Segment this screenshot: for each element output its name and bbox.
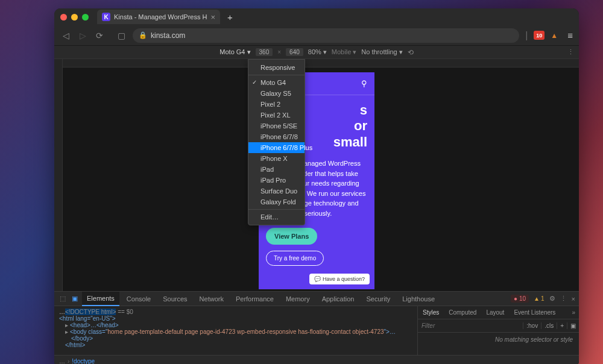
hamburger-icon[interactable]: ≡ [567,30,573,40]
dropdown-item[interactable]: Surface Duo [248,186,305,196]
ruler-top [54,59,579,67]
device-select[interactable]: Moto G4 ▾ [219,48,250,56]
devtools-tabs: ⬚ ▣ Elements Console Sources Network Per… [54,292,579,306]
no-match-text: No matching selector or style [418,333,579,355]
chat-bubble[interactable]: 💬 Have a question? [309,274,370,284]
chat-icon: 💬 [314,276,321,282]
browser-tab[interactable]: K Kinsta - Managed WordPress H × [97,10,220,24]
devtools-more-icon[interactable]: ⋮ [560,295,567,303]
browser-window: K Kinsta - Managed WordPress H × + ◁ ▷ ⟳… [54,8,579,364]
warning-icon[interactable]: ▲ [551,31,558,40]
shield-badge[interactable]: 10 [534,31,545,40]
style-more-icon[interactable]: ▣ [567,322,579,329]
devtools-tab[interactable]: Application [317,292,359,306]
url-bar[interactable]: 🔒 kinsta.com [133,28,519,43]
throttle-select[interactable]: No throttling ▾ [361,48,402,56]
ruler-left [54,59,63,291]
dropdown-item[interactable]: iPhone 5/SE [248,121,305,131]
styles-tab[interactable]: Layout [481,307,509,318]
dropdown-item-responsive[interactable]: Responsive [248,62,305,75]
close-dot[interactable] [60,14,67,20]
close-icon[interactable]: × [572,295,575,303]
dropdown-item[interactable]: Pixel 2 XL [248,110,305,121]
devtools-tab[interactable]: Console [122,292,156,306]
device-toggle-icon[interactable]: ▣ [70,295,80,303]
lock-icon: 🔒 [139,31,147,39]
dropdown-item[interactable]: iPhone 6/7/8 [248,131,305,142]
view-plans-button[interactable]: View Plans [266,228,317,245]
devtools-tab[interactable]: Lighthouse [397,292,440,306]
devtools-tab[interactable]: Memory [281,292,315,306]
devtools-tab[interactable]: Performance [231,292,279,306]
bookmark-icon[interactable]: ▢ [116,31,127,40]
devtools-tab[interactable]: Sources [158,292,192,306]
devtools-tab-elements[interactable]: Elements [82,292,119,306]
back-icon[interactable]: ◁ [60,31,71,40]
dropdown-item[interactable]: Pixel 2 [248,99,305,110]
filter-input[interactable] [418,322,523,329]
warning-badge[interactable]: ▲ 1 [534,295,544,302]
dropdown-item[interactable]: iPad Pro [248,175,305,186]
rotate-icon[interactable]: ⟲ [408,48,414,57]
traffic-lights [60,14,89,20]
dropdown-item[interactable]: Galaxy S5 [248,88,305,99]
new-tab-button[interactable]: + [227,12,233,22]
forward-icon[interactable]: ▷ [77,31,88,40]
width-input[interactable]: 360 [256,48,273,56]
browser-toolbar: ◁ ▷ ⟳ ▢ 🔒 kinsta.com | 10 ▲ ≡ [54,25,579,46]
device-more-icon[interactable]: ⋮ [567,48,574,56]
devtools-tab[interactable]: Network [195,292,229,306]
add-style-icon[interactable]: + [557,322,567,329]
zoom-select[interactable]: 80% ▾ [308,48,327,56]
elements-source[interactable]: …<!DOCTYPE html> == $0 <html lang="en-US… [54,306,417,355]
search-icon[interactable]: ⚲ [361,79,367,88]
error-badge[interactable]: ● 10 [511,295,529,303]
styles-tab[interactable]: Styles [418,307,444,318]
cls-toggle[interactable]: .cls [541,322,557,329]
tab-favicon: K [102,13,110,21]
height-input[interactable]: 640 [286,48,303,56]
devtools-tab[interactable]: Security [361,292,395,306]
reload-icon[interactable]: ⟳ [94,31,105,40]
inspect-icon[interactable]: ⬚ [58,295,68,303]
hov-toggle[interactable]: :hov [523,322,541,329]
dropdown-item[interactable]: Galaxy Fold [248,196,305,207]
dom-breadcrumb[interactable]: …›!doctype [54,355,579,364]
device-toolbar: Moto G4 ▾ 360 × 640 80% ▾ Mobile ▾ No th… [54,46,579,59]
styles-more-icon[interactable]: » [568,309,579,316]
dropdown-item-edit[interactable]: Edit… [248,209,305,222]
free-demo-button[interactable]: Try a free demo [266,251,324,266]
device-type-select[interactable]: Mobile ▾ [332,48,356,56]
dropdown-item[interactable]: iPad [248,164,305,175]
dropdown-item[interactable]: iPhone X [248,153,305,164]
styles-tab[interactable]: Computed [444,307,481,318]
dropdown-item[interactable]: Moto G4 [248,77,305,88]
dimension-x: × [277,49,281,55]
devtools-body: …<!DOCTYPE html> == $0 <html lang="en-US… [54,306,579,355]
tab-close-icon[interactable]: × [210,13,215,22]
styles-panel: Styles Computed Layout Event Listeners »… [417,306,579,355]
viewport-area: Responsive Moto G4 Galaxy S5 Pixel 2 Pix… [54,59,579,291]
tab-title: Kinsta - Managed WordPress H [114,13,207,20]
dropdown-item-selected[interactable]: iPhone 6/7/8 Plus [248,142,305,153]
filter-row: :hov .cls + ▣ [418,319,579,333]
devtools-panel: ⬚ ▣ Elements Console Sources Network Per… [54,291,579,364]
styles-tabs: Styles Computed Layout Event Listeners » [418,306,579,319]
url-text: kinsta.com [151,31,185,40]
minimize-dot[interactable] [71,14,78,20]
device-dropdown: Responsive Moto G4 Galaxy S5 Pixel 2 Pix… [248,59,305,225]
gear-icon[interactable]: ⚙ [549,295,555,303]
titlebar: K Kinsta - Managed WordPress H × + [54,8,579,25]
maximize-dot[interactable] [82,14,89,20]
styles-tab[interactable]: Event Listeners [509,307,560,318]
